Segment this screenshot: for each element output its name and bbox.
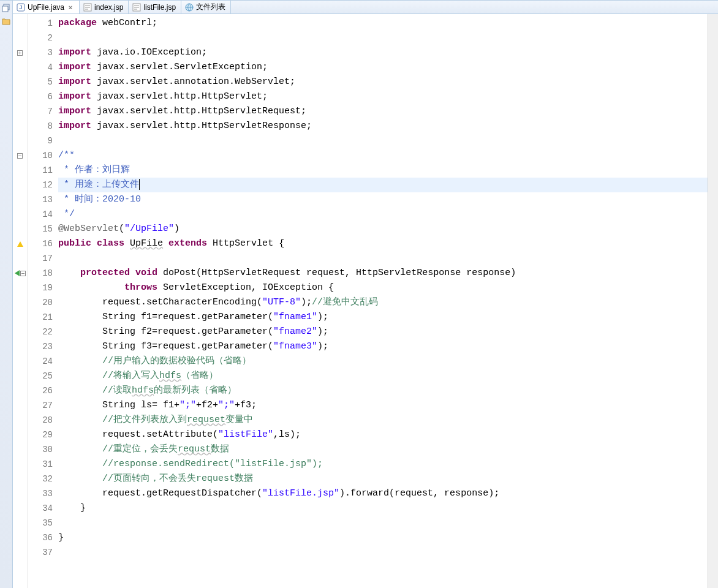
code-line[interactable]: //重定位，会丢失requst数据 [58,442,708,457]
code-line[interactable]: protected void doPost(HttpServletRequest… [58,266,708,281]
code-line[interactable]: import java.io.IOException; [58,45,708,60]
code-line[interactable]: //页面转向，不会丢失request数据 [58,472,708,486]
code-line[interactable]: import javax.servlet.ServletException; [58,60,708,75]
code-token [58,356,102,366]
code-content[interactable]: package webContrl; import java.io.IOExce… [55,14,708,588]
code-token: } [58,532,64,543]
close-icon[interactable]: × [67,4,74,11]
line-number: 11 [28,163,55,178]
code-line[interactable] [58,545,708,560]
gutter-marker [13,16,27,31]
editor-tab[interactable]: listFile.jsp [129,1,181,13]
gutter-marker [13,236,27,251]
code-line[interactable]: import javax.servlet.annotation.WebServl… [58,75,708,89]
gutter-marker [13,222,27,236]
code-line[interactable]: //将输入写入hdfs（省略） [58,369,708,383]
code-token: import [58,62,91,72]
code-token: protected [80,268,130,278]
code-line[interactable] [58,31,708,45]
line-number: 3 [28,45,55,60]
code-line[interactable]: * 用途：上传文件 [58,178,708,192]
code-line[interactable] [58,134,708,148]
overview-ruler[interactable] [708,14,718,588]
code-line[interactable]: String f2=request.getParameter("fname2")… [58,325,708,339]
line-number: 29 [28,428,55,442]
code-token: "UTF-8" [262,297,301,307]
code-token: String f2=request.getParameter( [58,326,273,337]
code-line[interactable] [58,516,708,530]
code-token: javax.servlet.annotation.WebServlet; [91,77,295,87]
code-token: ,ls); [273,429,301,440]
fold-collapse-icon[interactable] [20,271,26,276]
code-token [58,473,102,484]
code-token: void [135,268,157,278]
code-token: "fname3" [273,341,317,352]
line-number: 17 [28,251,55,266]
gutter-marker [13,339,27,354]
code-token: +f3; [235,400,257,410]
code-line[interactable]: * 时间：2020-10 [58,192,708,207]
editor-tab[interactable]: 文件列表 [181,1,231,13]
code-line[interactable] [58,251,708,266]
folder-icon[interactable] [1,17,11,26]
override-icon[interactable] [15,270,20,276]
code-line[interactable]: //读取hdfs的最新列表（省略） [58,383,708,398]
java-file-icon: J [17,3,25,12]
editor-tab[interactable]: index.jsp [80,1,129,13]
line-number: 25 [28,369,55,383]
code-token: （省略） [181,371,218,381]
gutter-marker [13,281,27,295]
gutter-marker [13,104,27,119]
code-line[interactable]: request.setCharacterEncoding("UTF-8");//… [58,295,708,310]
code-line[interactable]: request.setAttribute("listFile",ls); [58,428,708,442]
code-line[interactable]: //response.sendRedirect("listFile.jsp"); [58,457,708,472]
line-number: 9 [28,134,55,148]
code-line[interactable]: @WebServlet("/UpFile") [58,222,708,236]
code-line[interactable]: //用户输入的数据校验代码（省略） [58,354,708,369]
code-token: package [58,18,97,28]
code-token: ).forward(request, response); [339,488,499,499]
tab-label: listFile.jsp [143,3,176,12]
editor-tab[interactable]: JUpFile.java× [13,1,80,14]
code-line[interactable]: String f3=request.getParameter("fname3")… [58,339,708,354]
code-token: ServletException, IOException { [157,282,334,293]
editor-main: JUpFile.java×index.jsplistFile.jsp文件列表 1… [13,1,718,588]
code-line[interactable]: public class UpFile extends HttpServlet … [58,236,708,251]
code-line[interactable]: } [58,501,708,516]
code-line[interactable]: * 作者：刘日辉 [58,163,708,178]
gutter-marker [13,457,27,472]
restore-icon[interactable] [1,3,11,13]
vertical-toolbar [0,1,13,588]
code-line[interactable]: String f1=request.getParameter("fname1")… [58,310,708,325]
gutter-marker [13,398,27,413]
fold-collapse-icon[interactable] [17,153,23,159]
code-line[interactable]: import javax.servlet.http.HttpServlet; [58,89,708,104]
gutter-marker [13,545,27,560]
fold-expand-icon[interactable] [17,50,23,56]
code-line[interactable]: */ [58,207,708,222]
gutter-marker [13,442,27,457]
code-line[interactable]: request.getRequestDispatcher("listFile.j… [58,486,708,501]
code-token: //把文件列表放入到 [102,415,187,425]
code-line[interactable]: import javax.servlet.http.HttpServletReq… [58,104,708,119]
gutter-marker [13,325,27,339]
code-line[interactable]: String ls= f1+";"+f2+";"+f3; [58,398,708,413]
code-token [91,238,97,249]
code-line[interactable]: package webContrl; [58,16,708,31]
code-line[interactable]: import javax.servlet.http.HttpServletRes… [58,119,708,134]
code-token: */ [58,209,75,219]
code-line[interactable]: } [58,530,708,545]
code-token: requst [178,444,211,454]
code-line[interactable]: //把文件列表放入到requset变量中 [58,413,708,428]
gutter-marker [13,530,27,545]
code-token: //用户输入的数据校验代码（省略） [102,356,251,366]
line-number: 4 [28,60,55,75]
line-number: 20 [28,295,55,310]
line-number-gutter: 1234567891011121314151617181920212223242… [28,14,55,588]
warning-icon[interactable] [17,241,23,247]
line-number: 12 [28,178,55,192]
code-token: throws [124,282,157,293]
code-token: request.setCharacterEncoding( [58,297,262,307]
code-line[interactable]: /** [58,148,708,163]
code-line[interactable]: throws ServletException, IOException { [58,281,708,295]
